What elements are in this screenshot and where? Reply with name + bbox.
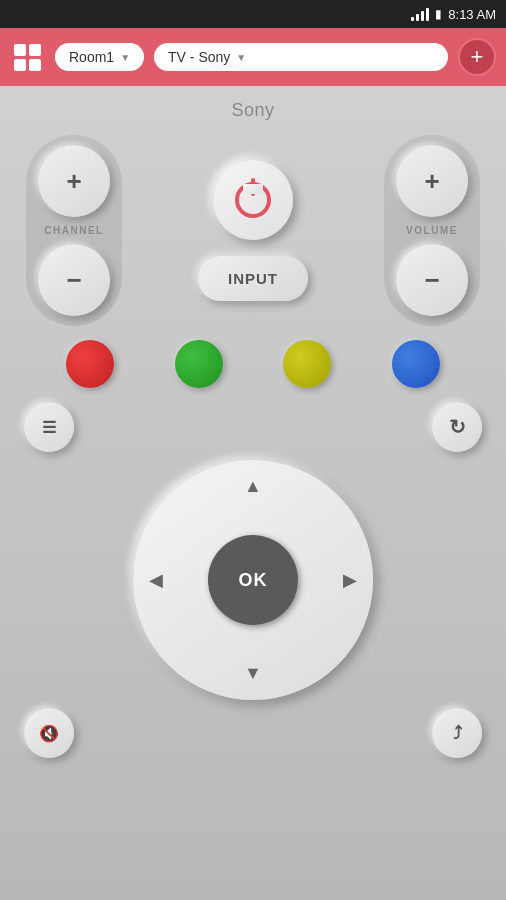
device-dropdown[interactable]: TV - Sony ▼ <box>154 43 448 71</box>
nav-left-button[interactable]: ◀ <box>149 569 163 591</box>
main-remote: Sony + CHANNEL − INPUT + VOLUME − <box>0 86 506 900</box>
yellow-button[interactable] <box>283 340 331 388</box>
signal-icon <box>411 7 429 21</box>
green-button[interactable] <box>175 340 223 388</box>
room-label: Room1 <box>69 49 114 65</box>
menu-button[interactable]: ☰ <box>24 402 74 452</box>
nav-bottom-row: 🔇 ⤴ <box>16 708 490 758</box>
add-button[interactable]: + <box>458 38 496 76</box>
left-chevron[interactable]: ‹ <box>118 567 133 593</box>
nav-with-sides: ‹ OK ▲ ▼ ◀ ▶ › <box>16 460 490 700</box>
device-label: TV - Sony <box>168 49 230 65</box>
header: Room1 ▼ TV - Sony ▼ + <box>0 28 506 86</box>
device-dropdown-arrow: ▼ <box>236 52 246 63</box>
channel-column: + CHANNEL − <box>26 135 122 326</box>
nav-section: ☰ ↻ ‹ OK ▲ ▼ ◀ ▶ › <box>16 402 490 890</box>
nav-down-button[interactable]: ▼ <box>244 663 262 684</box>
color-buttons <box>16 340 490 388</box>
app-grid-icon[interactable] <box>10 40 45 75</box>
nav-right-button[interactable]: ▶ <box>343 569 357 591</box>
red-button[interactable] <box>66 340 114 388</box>
volume-column: + VOLUME − <box>384 135 480 326</box>
mute-button[interactable]: 🔇 <box>24 708 74 758</box>
blue-button[interactable] <box>392 340 440 388</box>
status-bar: ▮ 8:13 AM <box>0 0 506 28</box>
input-button[interactable]: INPUT <box>198 256 308 301</box>
room-dropdown-arrow: ▼ <box>120 52 130 63</box>
volume-up-button[interactable]: + <box>396 145 468 217</box>
right-chevron[interactable]: › <box>373 567 388 593</box>
room-dropdown[interactable]: Room1 ▼ <box>55 43 144 71</box>
device-title: Sony <box>16 100 490 121</box>
refresh-button[interactable]: ↻ <box>432 402 482 452</box>
power-icon <box>235 182 271 218</box>
refresh-icon: ↻ <box>449 415 466 439</box>
channel-up-button[interactable]: + <box>38 145 110 217</box>
ok-button[interactable]: OK <box>208 535 298 625</box>
channel-down-button[interactable]: − <box>38 244 110 316</box>
exit-icon: ⤴ <box>453 723 462 744</box>
ok-label: OK <box>239 570 268 591</box>
nav-up-button[interactable]: ▲ <box>244 476 262 497</box>
exit-button[interactable]: ⤴ <box>432 708 482 758</box>
battery-icon: ▮ <box>435 7 442 21</box>
nav-top-row: ☰ ↻ <box>16 402 490 452</box>
volume-label: VOLUME <box>406 225 458 236</box>
menu-icon: ☰ <box>42 418 56 437</box>
nav-disc-container: OK ▲ ▼ ◀ ▶ <box>133 460 373 700</box>
volume-down-button[interactable]: − <box>396 244 468 316</box>
channel-label: CHANNEL <box>44 225 103 236</box>
power-button[interactable] <box>213 160 293 240</box>
top-controls: + CHANNEL − INPUT + VOLUME − <box>16 135 490 326</box>
status-time: 8:13 AM <box>448 7 496 22</box>
mute-icon: 🔇 <box>39 724 59 743</box>
battery-indicator: ▮ <box>435 7 442 21</box>
